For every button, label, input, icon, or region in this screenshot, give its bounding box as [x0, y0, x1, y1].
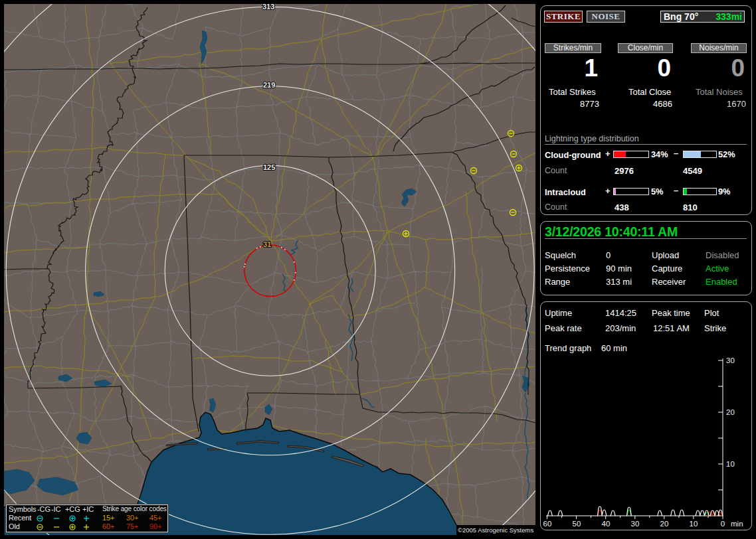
svg-text:30: 30 [726, 356, 735, 364]
svg-text:31: 31 [263, 240, 271, 248]
svg-text:©2005 Astrogenic Systems: ©2005 Astrogenic Systems [458, 526, 533, 534]
svg-text:min: min [731, 520, 743, 528]
svg-text:50: 50 [573, 520, 581, 528]
svg-text:20: 20 [660, 520, 669, 528]
svg-text:125: 125 [263, 163, 275, 171]
svg-text:60: 60 [543, 520, 552, 528]
svg-text:0: 0 [721, 520, 725, 528]
svg-text:40: 40 [602, 520, 611, 528]
svg-text:313: 313 [262, 4, 274, 11]
svg-text:30: 30 [631, 520, 640, 528]
svg-text:219: 219 [263, 81, 275, 89]
svg-text:10: 10 [690, 520, 698, 528]
svg-text:20: 20 [726, 408, 735, 416]
svg-text:10: 10 [726, 460, 735, 468]
